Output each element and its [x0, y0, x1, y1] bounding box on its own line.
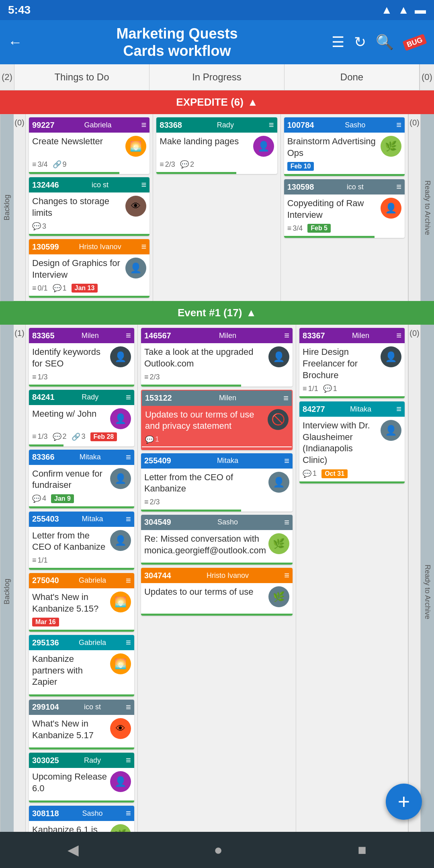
- card-avatar-83365: 👤: [110, 346, 131, 367]
- card-130599[interactable]: 130599 Hristo Ivanov ≡ Design of Graphic…: [29, 239, 149, 298]
- card-footer-99227: ≡3/4 🔗9: [29, 158, 149, 171]
- expedite-columns: 99227 Gabriela ≡ Create Newsletter 🌅 ≡3/…: [26, 114, 408, 301]
- progress-132446: [29, 234, 149, 236]
- card-84277[interactable]: 84277 Mitaka ≡ Interview with Dr. Glaush…: [299, 401, 405, 483]
- status-icons: ▲ ▲ ▬: [381, 4, 426, 16]
- card-header-99227: 99227 Gabriela ≡: [29, 117, 149, 133]
- expedite-group: EXPEDITE (6) ▲ Backlog (0) 99227 Gabriel…: [0, 90, 434, 301]
- card-255403[interactable]: 255403 Mitaka ≡ Letter from the CEO of K…: [29, 512, 134, 570]
- card-84241[interactable]: 84241 Rady ≡ Meeting w/ John 👤 ≡1/3 💬2 🔗…: [29, 390, 134, 446]
- card-header-275040: 275040 Gabriela ≡: [29, 573, 134, 588]
- progress-295136: [29, 694, 134, 696]
- back-nav-button[interactable]: ◀: [68, 841, 79, 858]
- layout-icon[interactable]: ☰: [332, 34, 344, 51]
- card-footer-130599: ≡0/1 💬1 Jan 13: [29, 282, 149, 295]
- card-footer-255409: ≡2/3: [141, 496, 293, 509]
- card-header-83368: 83368 Rady ≡: [156, 117, 277, 133]
- card-footer-84277: 💬1 Oct 31: [299, 468, 405, 481]
- card-304744[interactable]: 304744 Hristo Ivanov ≡ Updates to our te…: [141, 568, 293, 616]
- card-header-130598: 130598 ico st ≡: [284, 179, 405, 194]
- card-footer-153122: 💬1: [142, 434, 292, 446]
- card-body-304549: Re: Missed conversation with monica.geor…: [141, 530, 293, 558]
- card-275040[interactable]: 275040 Gabriela ≡ What's New in Kanbaniz…: [29, 573, 134, 632]
- left-count-event1: (1): [14, 325, 26, 859]
- card-304549[interactable]: 304549 Sasho ≡ Re: Missed conversation w…: [141, 515, 293, 565]
- search-icon[interactable]: 🔍: [376, 34, 394, 51]
- card-avatar-255409: 👤: [268, 472, 289, 493]
- card-footer-100784: Feb 10: [284, 160, 405, 173]
- card-header-100784: 100784 Sasho ≡: [284, 117, 405, 133]
- add-button[interactable]: +: [386, 784, 422, 820]
- plus-icon: +: [398, 790, 410, 814]
- event1-columns: 83365 Milen ≡ Identify keywords for SEO …: [26, 325, 408, 859]
- card-body-83367: Hire Design Freelancer for Brochure 👤: [299, 343, 405, 383]
- event1-col-done: 83367 Milen ≡ Hire Design Freelancer for…: [296, 325, 408, 859]
- card-83366[interactable]: 83366 Mitaka ≡ Confirm venue for fundrai…: [29, 450, 134, 508]
- card-body-146567: Take a look at the upgraded Outlook.com …: [141, 343, 293, 371]
- progress-146567: [141, 385, 241, 387]
- card-99227[interactable]: 99227 Gabriela ≡ Create Newsletter 🌅 ≡3/…: [29, 117, 149, 174]
- progress-100784: [284, 174, 405, 176]
- progress-84277: [299, 481, 405, 483]
- signal-icon: ▲: [398, 4, 409, 16]
- card-255409[interactable]: 255409 Mitaka ≡ Letter from the CEO of K…: [141, 453, 293, 512]
- card-header-255403: 255403 Mitaka ≡: [29, 512, 134, 527]
- recent-nav-button[interactable]: ■: [358, 841, 366, 858]
- home-nav-button[interactable]: ●: [214, 841, 223, 858]
- card-body-153122: Updates to our terms of use and privacy …: [142, 406, 292, 434]
- card-body-130599: Design of Graphics for Interview 👤: [29, 254, 149, 282]
- card-130598[interactable]: 130598 ico st ≡ Copyediting of Raw Inter…: [284, 179, 405, 238]
- card-avatar-84277: 👤: [381, 420, 401, 441]
- event1-icon: ▲: [246, 307, 256, 319]
- card-avatar-304549: 🌿: [268, 533, 289, 554]
- col-count-left: (2): [0, 64, 14, 90]
- event1-col-todo: 83365 Milen ≡ Identify keywords for SEO …: [26, 325, 138, 859]
- card-header-83365: 83365 Milen ≡: [29, 328, 134, 343]
- bug-badge: BUG: [402, 34, 427, 51]
- col-header-todo: Things to Do: [14, 64, 149, 90]
- card-header-308118: 308118 Sasho ≡: [29, 806, 134, 821]
- card-146567[interactable]: 146567 Milen ≡ Take a look at the upgrad…: [141, 328, 293, 386]
- progress-99227: [29, 172, 119, 174]
- card-header-83366: 83366 Mitaka ≡: [29, 450, 134, 465]
- card-132446[interactable]: 132446 ico st ≡ Changes to storage limit…: [29, 177, 149, 236]
- top-bar-actions: ☰ ↻ 🔍 BUG: [332, 34, 426, 51]
- col-count-right: (0): [420, 64, 434, 90]
- column-headers: (2) Things to Do In Progress Done (0): [0, 64, 434, 90]
- card-100784[interactable]: 100784 Sasho ≡ Brainstorm Advertising Op…: [284, 117, 405, 176]
- card-avatar-83366: 👤: [110, 468, 131, 489]
- back-button[interactable]: ←: [8, 34, 23, 51]
- card-body-299104: What's New in Kanbanize 5.17 👁: [29, 715, 134, 743]
- time: 5:43: [8, 4, 31, 16]
- card-avatar-299104: 👁: [110, 718, 131, 739]
- card-footer-299104: [29, 743, 134, 747]
- card-header-130599: 130599 Hristo Ivanov ≡: [29, 239, 149, 254]
- card-83365[interactable]: 83365 Milen ≡ Identify keywords for SEO …: [29, 328, 134, 386]
- card-303025[interactable]: 303025 Rady ≡ Upcoming Release 6.0 👤: [29, 753, 134, 802]
- card-295136[interactable]: 295136 Gabriela ≡ Kanbanize partners wit…: [29, 635, 134, 696]
- card-83368[interactable]: 83368 Rady ≡ Make landing pages 👤 ≡2/3 💬…: [156, 117, 277, 174]
- card-header-84277: 84277 Mitaka ≡: [299, 401, 405, 417]
- battery-icon: ▬: [415, 4, 426, 16]
- progress-84241: [29, 444, 63, 446]
- card-avatar-83368: 👤: [253, 136, 274, 157]
- card-avatar-132446: 👁: [125, 196, 146, 217]
- card-83367[interactable]: 83367 Milen ≡ Hire Design Freelancer for…: [299, 328, 405, 398]
- card-153122[interactable]: 153122 Milen ≡ Updates to our terms of u…: [141, 390, 293, 450]
- expedite-label: EXPEDITE (6): [176, 96, 244, 108]
- wifi-icon: ▲: [381, 4, 393, 16]
- card-header-255409: 255409 Mitaka ≡: [141, 453, 293, 469]
- event1-label: Event #1 (17): [178, 307, 242, 319]
- card-footer-304549: [141, 558, 293, 562]
- event1-board-body: Backlog (1) 83365 Milen ≡ Identify keywo…: [0, 325, 434, 859]
- card-avatar-146567: 👤: [268, 346, 289, 367]
- col-header-done: Done: [285, 64, 420, 90]
- progress-304744: [141, 614, 293, 616]
- progress-303025: [29, 800, 134, 802]
- progress-83365: [29, 385, 134, 387]
- card-body-130598: Copyediting of Raw Interview 👤: [284, 194, 405, 222]
- right-count-expedite: (0): [408, 114, 420, 301]
- card-299104[interactable]: 299104 ico st ≡ What's New in Kanbanize …: [29, 700, 134, 749]
- page-title: Marketing Quests Cards workflow: [31, 25, 323, 59]
- refresh-icon[interactable]: ↻: [354, 34, 366, 51]
